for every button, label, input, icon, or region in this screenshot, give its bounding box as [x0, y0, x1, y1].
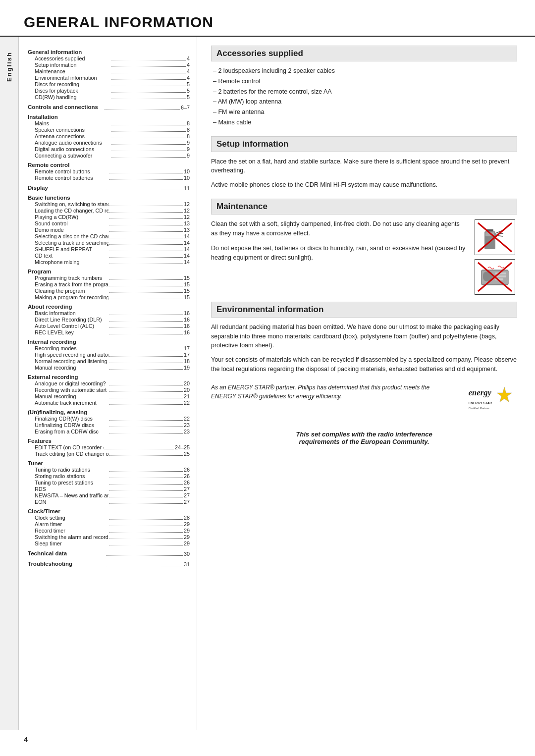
- toc-dots: [109, 526, 183, 526]
- toc-section-title: Program: [28, 269, 190, 274]
- toc-page: 10: [184, 175, 190, 181]
- toc-item-label: REC LEVEL key: [35, 329, 108, 335]
- toc-item: Recording modes17: [28, 345, 190, 351]
- toc-dots: [111, 151, 186, 151]
- toc-item: Selecting a track and searching14: [28, 240, 190, 246]
- toc-item-label: Manual recording: [35, 365, 108, 371]
- toc-page: 22: [184, 416, 190, 422]
- toc-dots: [111, 125, 186, 125]
- toc-item-label: Record timer: [35, 528, 108, 534]
- toc-page: 31: [184, 561, 190, 567]
- toc-section-title: Clock/Timer: [28, 508, 190, 514]
- toc-page: 5: [187, 88, 190, 94]
- setup-heading: Setup information: [211, 136, 517, 152]
- toc-item: CD text14: [28, 253, 190, 259]
- toc-page: 5: [187, 81, 190, 87]
- toc-item-label: EDIT TEXT (on CD recorder only): [35, 444, 104, 450]
- toc-item-label: Recording modes: [35, 345, 108, 351]
- toc-section-title: Internal recording: [28, 339, 190, 345]
- toc-page: 14: [184, 240, 190, 246]
- compliance-line1: This set complies with the radio interfe…: [211, 431, 517, 438]
- toc-item: Speaker connections8: [28, 127, 190, 133]
- toc-item: Remote control buttons10: [28, 168, 190, 174]
- maintenance-para1: Clean the set with a soft, slightly damp…: [211, 219, 466, 238]
- toc-section-title: External recording: [28, 374, 190, 380]
- toc-item: Antenna connections8: [28, 133, 190, 139]
- toc-item-label: Clock setting: [35, 515, 108, 521]
- toc-section-title: (Un)finalizing, erasing: [28, 409, 190, 415]
- toc-dots: [109, 398, 183, 398]
- toc-item: EDIT TEXT (on CD recorder only)24–25: [28, 444, 190, 450]
- toc-item: Remote control batteries10: [28, 175, 190, 181]
- toc-page: 15: [184, 275, 190, 281]
- toc-item: Manual recording19: [28, 365, 190, 371]
- toc-item-label: Track editing (on CD changer only): [35, 451, 108, 457]
- toc-page: 30: [184, 551, 190, 557]
- toc-page: 20: [184, 380, 190, 386]
- toc-page: 29: [184, 534, 190, 540]
- toc-item: Loading the CD changer, CD recorder12: [28, 208, 190, 214]
- toc-page: 9: [187, 146, 190, 152]
- toc-item: Manual recording21: [28, 393, 190, 399]
- toc-item: NEWS/TA – News and traffic announcement2…: [28, 492, 190, 498]
- toc-dots: [109, 327, 183, 328]
- toc-item-label: Unfinalizing CDRW discs: [35, 422, 108, 428]
- no-heat-icon: [475, 259, 515, 295]
- toc-item: EON27: [28, 499, 190, 505]
- toc-item: Switching on, switching to standby12: [28, 201, 190, 207]
- toc-item-label: Selecting a disc on the CD changer: [35, 233, 108, 239]
- toc-dots: [109, 279, 183, 280]
- toc-dots: [111, 79, 186, 80]
- toc-section-title: Remote control: [28, 162, 190, 168]
- toc-item: Demo mode13: [28, 227, 190, 233]
- toc-item-label: Digital audio connections: [35, 146, 110, 152]
- accessories-section: Accessories supplied – 2 loudspeakers in…: [211, 46, 517, 127]
- toc-page: 8: [187, 133, 190, 139]
- env-para-1: Your set consists of materials which can…: [211, 355, 517, 374]
- toc-dots: [109, 455, 183, 456]
- toc-page: 14: [184, 253, 190, 259]
- toc-page: 4: [187, 62, 190, 68]
- toc-item-label: Microphone mixing: [35, 259, 108, 265]
- list-item: – Mains cable: [213, 118, 517, 127]
- toc-dots: [109, 286, 183, 286]
- toc-item: Sound control13: [28, 220, 190, 226]
- toc-dots: [109, 471, 183, 472]
- environmental-section: Environmental information All redundant …: [211, 302, 517, 374]
- toc-dots: [109, 206, 183, 206]
- page-header: GENERAL INFORMATION: [0, 0, 535, 37]
- toc-dots: [109, 251, 183, 251]
- maintenance-para2: Do not expose the set, batteries or disc…: [211, 244, 466, 263]
- toc-item: Playing a CD(RW)12: [28, 214, 190, 220]
- toc-dots: [109, 369, 183, 370]
- toc-item-label: Mains: [35, 120, 110, 126]
- accessories-list: – 2 loudspeakers including 2 speaker cab…: [213, 66, 517, 127]
- toc-item-label: Remote control batteries: [35, 175, 108, 181]
- toc-item-label: Normal recording and listening: [35, 358, 108, 364]
- no-cleaning-icon: [475, 219, 515, 255]
- toc-item: Clock setting28: [28, 515, 190, 521]
- toc-item-label: Automatic track increment: [35, 400, 108, 406]
- toc-page: 16: [184, 323, 190, 329]
- toc-item: Programming track numbers15: [28, 275, 190, 281]
- setup-body: Place the set on a flat, hard and stabil…: [211, 157, 517, 190]
- toc-item-label: Connecting a subwoofer: [35, 153, 110, 159]
- toc-dots: [109, 238, 183, 238]
- toc-page: 26: [184, 467, 190, 473]
- toc-page: 12: [184, 201, 190, 207]
- toc-page: 25: [184, 451, 190, 457]
- toc-page: 5: [187, 94, 190, 100]
- toc-page: 11: [184, 185, 190, 191]
- list-item: – AM (MW) loop antenna: [213, 97, 517, 107]
- toc-page: 27: [184, 486, 190, 492]
- toc-item: Alarm timer29: [28, 521, 190, 527]
- toc-page: 20: [184, 387, 190, 393]
- toc-item: Discs for playback5: [28, 88, 190, 94]
- toc-dots: [109, 264, 183, 264]
- toc-page: 29: [184, 521, 190, 527]
- toc-dots: [109, 334, 183, 334]
- page-number: 4: [0, 735, 535, 744]
- toc-item-label: Analogue or digital recording?: [35, 380, 108, 386]
- setup-para-0: Place the set on a flat, hard and stabil…: [211, 157, 517, 176]
- toc-page: 14: [184, 233, 190, 239]
